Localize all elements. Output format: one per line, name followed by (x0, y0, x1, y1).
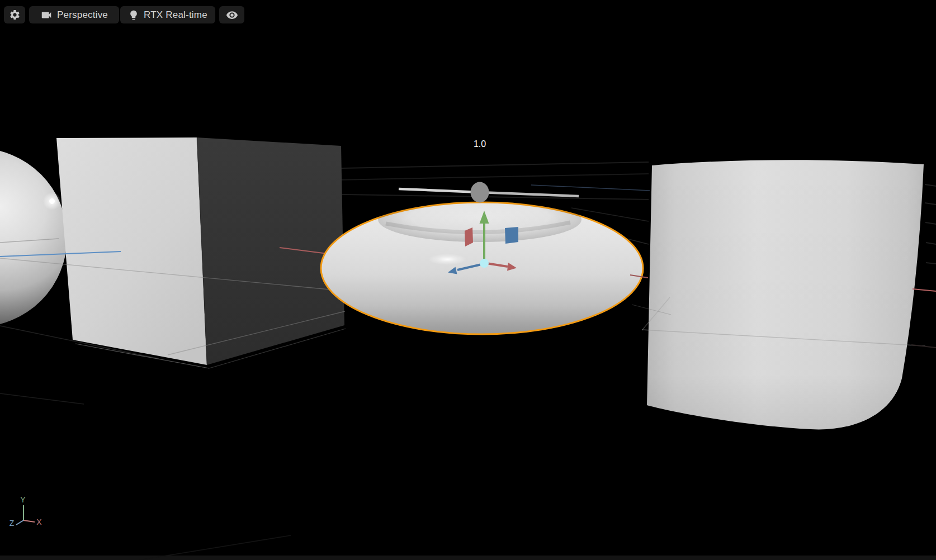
gear-icon (9, 9, 21, 21)
viewport-window: 1.0 Y X Z Perspective (0, 0, 936, 560)
cube-side-face[interactable] (197, 137, 344, 365)
viewport-3d[interactable]: 1.0 Y X Z (0, 0, 936, 560)
gizmo-plane-handle-blue[interactable] (505, 227, 518, 244)
cylinder-object[interactable] (647, 160, 924, 429)
visibility-button[interactable] (219, 6, 244, 23)
axis-triad-y-label: Y (20, 495, 26, 504)
manipulator-value: 1.0 (474, 139, 486, 149)
cube-object[interactable] (56, 137, 344, 365)
scale-slider-handle[interactable] (471, 182, 489, 203)
cube-front-face[interactable] (56, 137, 207, 365)
torus-highlight (428, 254, 466, 265)
axis-triad-x-label: X (36, 518, 42, 526)
videocam-icon (40, 9, 53, 21)
settings-button[interactable] (4, 6, 25, 23)
ground-glow (0, 556, 936, 560)
renderer-button[interactable]: RTX Real-time (120, 6, 215, 23)
viewport-toolbar: Perspective RTX Real-time (0, 0, 936, 29)
eye-icon (226, 9, 238, 21)
gizmo-center-handle[interactable] (480, 259, 489, 268)
axis-triad-z-label: Z (10, 519, 15, 528)
camera-perspective-button[interactable]: Perspective (29, 6, 119, 23)
lightbulb-icon (128, 10, 139, 21)
torus-hole-shading (378, 197, 582, 242)
renderer-label: RTX Real-time (144, 10, 207, 21)
camera-perspective-label: Perspective (57, 10, 108, 21)
